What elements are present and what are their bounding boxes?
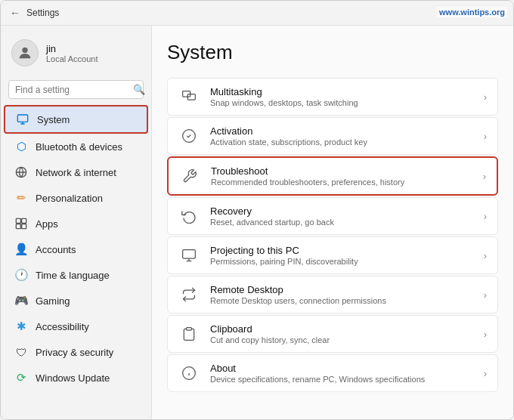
sidebar-item-time[interactable]: 🕐 Time & language (4, 262, 148, 288)
sidebar-item-system-label: System (37, 114, 70, 125)
troubleshoot-desc: Recommended troubleshooters, preferences… (211, 178, 472, 187)
settings-item-recovery[interactable]: Recovery Reset, advanced startup, go bac… (167, 197, 498, 235)
accessibility-icon: ✱ (14, 320, 28, 333)
about-title: About (210, 363, 473, 374)
remote-desktop-icon (178, 284, 200, 305)
about-text: About Device specifications, rename PC, … (210, 363, 473, 384)
settings-item-clipboard[interactable]: Clipboard Cut and copy history, sync, cl… (167, 315, 498, 353)
settings-item-troubleshoot[interactable]: Troubleshoot Recommended troubleshooters… (167, 156, 498, 196)
apps-icon (14, 217, 28, 230)
sidebar-item-system[interactable]: System (4, 105, 148, 134)
sidebar-item-bluetooth[interactable]: ⬡ Bluetooth & devices (4, 134, 148, 159)
multitasking-icon (178, 86, 200, 107)
svg-rect-5 (16, 218, 20, 223)
time-icon: 🕐 (14, 268, 28, 282)
activation-icon (178, 125, 200, 147)
user-info: jin Local Account (46, 43, 98, 63)
settings-item-multitasking[interactable]: Multitasking Snap windows, desktops, tas… (167, 78, 498, 116)
user-role: Local Account (46, 54, 98, 63)
settings-item-remote-desktop[interactable]: Remote Desktop Remote Desktop users, con… (167, 276, 498, 313)
search-input[interactable] (15, 85, 128, 95)
settings-item-activation[interactable]: Activation Activation state, subscriptio… (167, 117, 498, 155)
search-box[interactable]: 🔍 (8, 80, 144, 99)
recovery-text: Recovery Reset, advanced startup, go bac… (210, 205, 473, 227)
activation-title: Activation (210, 125, 473, 137)
about-desc: Device specifications, rename PC, Window… (210, 375, 473, 384)
recovery-desc: Reset, advanced startup, go back (210, 218, 473, 227)
svg-rect-7 (16, 224, 20, 229)
recovery-chevron: › (484, 211, 487, 222)
sidebar-item-privacy-label: Privacy & security (36, 347, 113, 358)
multitasking-chevron: › (484, 91, 487, 103)
troubleshoot-icon (179, 165, 200, 187)
sidebar-item-time-label: Time & language (36, 270, 110, 281)
windows-update-icon: ⟳ (14, 371, 28, 384)
back-button[interactable]: ← (10, 7, 20, 19)
multitasking-text: Multitasking Snap windows, desktops, tas… (210, 86, 473, 107)
sidebar-item-gaming-label: Gaming (36, 295, 70, 307)
activation-desc: Activation state, subscriptions, product… (210, 137, 473, 147)
settings-list: Multitasking Snap windows, desktops, tas… (167, 78, 498, 392)
recovery-title: Recovery (210, 205, 473, 217)
sidebar-item-network-label: Network & internet (36, 167, 116, 178)
svg-rect-6 (22, 218, 26, 223)
svg-point-0 (22, 48, 27, 53)
clipboard-text: Clipboard Cut and copy history, sync, cl… (210, 323, 473, 344)
network-icon (14, 165, 28, 179)
accounts-icon: 👤 (14, 242, 28, 256)
troubleshoot-text: Troubleshoot Recommended troubleshooters… (211, 165, 472, 187)
gaming-icon: 🎮 (14, 294, 28, 307)
avatar (11, 39, 39, 66)
projecting-title: Projecting to this PC (210, 245, 473, 256)
sidebar-item-gaming[interactable]: 🎮 Gaming (4, 288, 148, 313)
multitasking-title: Multitasking (210, 86, 473, 97)
settings-item-about[interactable]: About Device specifications, rename PC, … (167, 354, 498, 392)
sidebar-item-personalization[interactable]: ✏ Personalization (4, 185, 148, 211)
panel-title: System (167, 41, 498, 64)
projecting-chevron: › (484, 250, 487, 261)
remote-desktop-text: Remote Desktop Remote Desktop users, con… (210, 284, 473, 305)
activation-chevron: › (484, 131, 487, 142)
remote-desktop-chevron: › (484, 289, 487, 301)
svg-rect-15 (187, 328, 192, 330)
right-panel: System Multitasking Snap windows, deskto… (152, 26, 513, 419)
main-content: jin Local Account 🔍 System ⬡ Bluetooth &… (1, 26, 513, 419)
privacy-icon: 🛡 (14, 345, 28, 359)
sidebar-item-windows-update-label: Windows Update (36, 372, 110, 384)
clipboard-desc: Cut and copy history, sync, clear (210, 335, 473, 344)
sidebar-item-accessibility-label: Accessibility (36, 321, 89, 332)
bluetooth-icon: ⬡ (14, 140, 28, 153)
sidebar-item-windows-update[interactable]: ⟳ Windows Update (4, 365, 148, 391)
search-icon: 🔍 (133, 84, 145, 95)
sidebar-item-personalization-label: Personalization (36, 193, 103, 204)
projecting-text: Projecting to this PC Permissions, pairi… (210, 245, 473, 266)
svg-rect-1 (17, 115, 27, 122)
sidebar-item-accessibility[interactable]: ✱ Accessibility (4, 313, 148, 339)
watermark: www.wintips.org (437, 7, 507, 17)
about-chevron: › (484, 368, 487, 379)
user-section: jin Local Account (1, 32, 151, 77)
system-icon (16, 113, 29, 126)
recovery-icon (178, 205, 200, 227)
sidebar-item-apps-label: Apps (36, 218, 58, 230)
user-name: jin (46, 43, 98, 54)
clipboard-icon (178, 323, 200, 344)
about-icon (178, 363, 200, 384)
sidebar-item-accounts[interactable]: 👤 Accounts (4, 236, 148, 262)
clipboard-title: Clipboard (210, 323, 473, 335)
sidebar-item-apps[interactable]: Apps (4, 211, 148, 236)
troubleshoot-title: Troubleshoot (211, 165, 472, 177)
personalization-icon: ✏ (14, 191, 28, 205)
sidebar-item-privacy[interactable]: 🛡 Privacy & security (4, 339, 148, 365)
settings-item-projecting[interactable]: Projecting to this PC Permissions, pairi… (167, 236, 498, 274)
sidebar-item-network[interactable]: Network & internet (4, 159, 148, 185)
svg-rect-8 (22, 224, 26, 229)
svg-rect-12 (183, 250, 196, 259)
sidebar: jin Local Account 🔍 System ⬡ Bluetooth &… (1, 26, 152, 419)
window-title: Settings (26, 8, 59, 18)
clipboard-chevron: › (484, 329, 487, 340)
sidebar-item-bluetooth-label: Bluetooth & devices (36, 141, 122, 153)
sidebar-item-accounts-label: Accounts (36, 244, 76, 255)
projecting-icon (178, 245, 200, 266)
troubleshoot-chevron: › (483, 171, 486, 182)
